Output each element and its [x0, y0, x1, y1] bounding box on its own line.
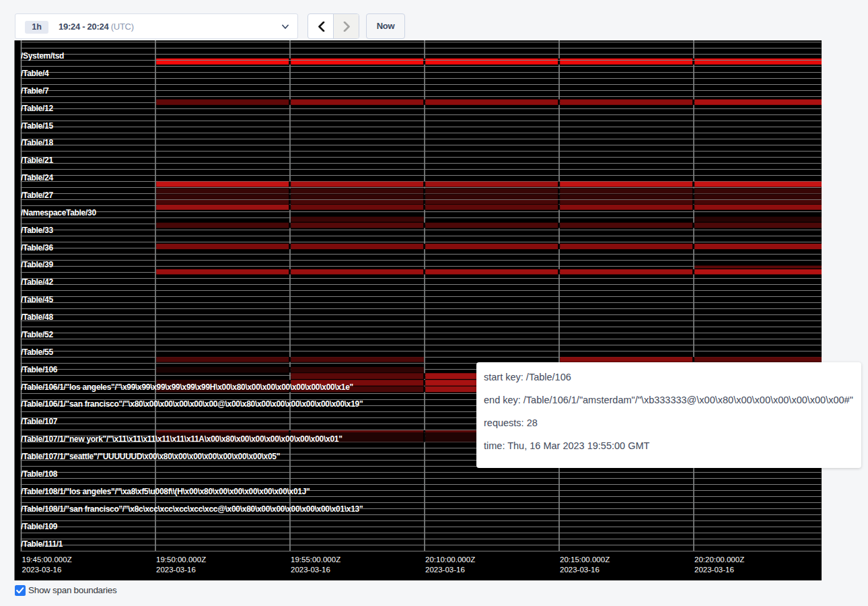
svg-text:/Table/106/1/"san francisco"/": /Table/106/1/"san francisco"/"\x80\x00\x… — [21, 399, 363, 409]
svg-text:/Table/33: /Table/33 — [21, 226, 53, 235]
svg-text:/Table/48: /Table/48 — [21, 312, 53, 322]
svg-text:/Table/106/1/"los angeles"/"\x: /Table/106/1/"los angeles"/"\x99\x99\x99… — [21, 382, 353, 392]
svg-text:20:15:00.000Z: 20:15:00.000Z — [560, 556, 610, 564]
svg-text:/Table/106: /Table/106 — [21, 365, 58, 374]
svg-text:/Table/15: /Table/15 — [21, 121, 53, 131]
svg-text:/Table/108/1/"los angeles"/"\x: /Table/108/1/"los angeles"/"\xa8\xf5\u00… — [21, 487, 310, 496]
svg-text:2023-03-16: 2023-03-16 — [694, 566, 734, 574]
svg-text:/Table/27: /Table/27 — [21, 191, 53, 200]
svg-text:/Table/107/1/"new york"/"\x11\: /Table/107/1/"new york"/"\x11\x11\x11\x1… — [21, 434, 342, 444]
svg-text:/Table/107/1/"seattle"/"UUUUUU: /Table/107/1/"seattle"/"UUUUUUD\x00\x80\… — [21, 452, 280, 461]
svg-text:/Table/107: /Table/107 — [21, 417, 58, 426]
svg-text:2023-03-16: 2023-03-16 — [425, 566, 465, 574]
svg-text:/Table/4: /Table/4 — [21, 69, 49, 78]
svg-text:/Table/55: /Table/55 — [21, 347, 53, 357]
svg-text:/System/tsd: /System/tsd — [21, 51, 64, 61]
svg-text:19:55:00.000Z: 19:55:00.000Z — [291, 556, 340, 564]
svg-text:/Table/108: /Table/108 — [21, 469, 58, 479]
svg-text:/Table/36: /Table/36 — [21, 243, 53, 252]
svg-text:/Table/12: /Table/12 — [21, 104, 53, 113]
svg-text:/Table/52: /Table/52 — [21, 330, 53, 339]
svg-text:/Table/18: /Table/18 — [21, 138, 53, 147]
svg-text:2023-03-16: 2023-03-16 — [156, 566, 196, 574]
svg-text:2023-03-16: 2023-03-16 — [22, 566, 62, 574]
svg-text:/Table/7: /Table/7 — [21, 86, 49, 96]
svg-text:/NamespaceTable/30: /NamespaceTable/30 — [21, 208, 96, 217]
svg-text:/Table/109: /Table/109 — [21, 522, 58, 531]
svg-text:19:45:00.000Z: 19:45:00.000Z — [22, 556, 72, 564]
svg-text:/Table/39: /Table/39 — [21, 260, 53, 269]
svg-text:/Table/45: /Table/45 — [21, 295, 53, 304]
svg-text:/Table/24: /Table/24 — [21, 173, 53, 182]
svg-text:19:50:00.000Z: 19:50:00.000Z — [156, 556, 206, 564]
svg-text:/Table/42: /Table/42 — [21, 277, 53, 287]
svg-text:/Table/21: /Table/21 — [21, 156, 53, 165]
svg-text:/Table/108/1/"san francisco"/": /Table/108/1/"san francisco"/"\x8c\xcc\x… — [21, 504, 363, 514]
svg-text:/Table/111/1: /Table/111/1 — [21, 539, 63, 549]
svg-text:2023-03-16: 2023-03-16 — [291, 566, 330, 574]
svg-text:20:20:00.000Z: 20:20:00.000Z — [694, 556, 744, 564]
svg-text:2023-03-16: 2023-03-16 — [560, 566, 600, 574]
svg-text:20:10:00.000Z: 20:10:00.000Z — [425, 556, 475, 564]
